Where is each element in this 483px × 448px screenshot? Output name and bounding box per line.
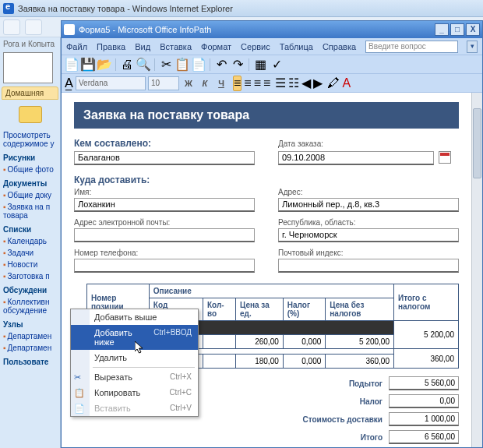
redo-icon[interactable]: ↷ xyxy=(231,58,245,72)
cell-tax[interactable]: 0,000 xyxy=(283,335,326,349)
menu-add-above[interactable]: Добавить выше xyxy=(71,309,198,325)
check-icon[interactable]: ✓ xyxy=(270,58,284,72)
home-tab[interactable]: Домашняя xyxy=(2,86,58,100)
folder-icon[interactable] xyxy=(19,106,42,123)
region-field[interactable]: г. Черноморск xyxy=(278,228,459,242)
open-icon[interactable]: 📂 xyxy=(97,58,111,72)
highlight-icon[interactable]: 🖍 xyxy=(327,76,340,90)
nav-view-all[interactable]: Просмотреть содержимое у xyxy=(0,129,60,150)
copy-icon[interactable]: 📋 xyxy=(175,58,189,72)
numbering-icon[interactable]: ☷ xyxy=(288,76,299,90)
menu-tools[interactable]: Сервис xyxy=(241,42,270,51)
style-icon[interactable]: A̲ xyxy=(65,76,73,90)
undo-icon[interactable]: ↶ xyxy=(214,58,228,72)
cell-tax[interactable]: 0,000 xyxy=(283,355,326,369)
nav-item[interactable]: ▪Заготовка п xyxy=(0,270,60,282)
menu-view[interactable]: Вид xyxy=(135,42,150,51)
forward-button[interactable] xyxy=(25,19,42,35)
tax-label: Налог xyxy=(273,397,383,406)
nav-item[interactable]: ▪Общие доку xyxy=(0,189,60,201)
nav-group-nodes[interactable]: Узлы xyxy=(0,316,60,330)
cell[interactable] xyxy=(203,335,235,349)
nav-item[interactable]: ▪Задачи xyxy=(0,247,60,259)
phone-label: Номер телефона: xyxy=(74,249,255,257)
italic-button[interactable]: К xyxy=(198,79,212,88)
infopath-icon xyxy=(64,24,75,35)
nav-group-discuss[interactable]: Обсуждени xyxy=(0,282,60,296)
ship-value[interactable]: 1 000,00 xyxy=(389,412,459,426)
cell-notax[interactable]: 5 200,00 xyxy=(326,335,394,349)
menu-cut[interactable]: ✂ВырезатьCtrl+X xyxy=(71,369,198,385)
save-icon[interactable]: 💾 xyxy=(81,58,95,72)
paste-icon[interactable]: 📄 xyxy=(192,58,206,72)
cut-icon[interactable]: ✂ xyxy=(159,58,173,72)
help-search-input[interactable]: Введите вопрос xyxy=(365,41,458,53)
menu-format[interactable]: Формат xyxy=(201,42,231,51)
nav-item[interactable]: ▪Общие фото xyxy=(0,164,60,175)
scrollbar-thumb[interactable] xyxy=(473,108,481,178)
subtotal-value[interactable]: 5 560,00 xyxy=(389,376,459,390)
cell-price[interactable]: 180,00 xyxy=(236,355,284,369)
bold-button[interactable]: Ж xyxy=(182,79,196,88)
date-label: Дата заказа: xyxy=(278,139,459,148)
email-field[interactable] xyxy=(74,228,255,242)
name-field[interactable]: Лоханкин xyxy=(74,198,255,212)
bullets-icon[interactable]: ☰ xyxy=(275,76,286,90)
nav-item[interactable]: ▪Коллективн обсуждение xyxy=(0,296,60,316)
ie-title: Заявка на поставку товара - Windows Inte… xyxy=(18,4,233,13)
menu-paste: 📄ВставитьCtrl+V xyxy=(71,400,198,416)
underline-button[interactable]: Ч xyxy=(214,79,228,88)
menu-help[interactable]: Справка xyxy=(323,42,356,51)
back-button[interactable] xyxy=(3,19,20,35)
menu-edit[interactable]: Правка xyxy=(97,42,125,51)
zip-field[interactable] xyxy=(278,259,459,273)
cell-total[interactable]: 360,00 xyxy=(393,349,458,369)
menu-table[interactable]: Таблица xyxy=(280,42,313,51)
cell-total[interactable]: 5 200,00 xyxy=(393,321,458,349)
cell[interactable] xyxy=(203,355,235,369)
cell-price[interactable]: 260,00 xyxy=(236,335,284,349)
nav-group-lists[interactable]: Списки xyxy=(0,221,60,235)
nav-group-users[interactable]: Пользовате xyxy=(0,354,60,368)
menu-copy[interactable]: 📋КопироватьCtrl+C xyxy=(71,385,198,400)
outdent-icon[interactable]: ◀ xyxy=(301,76,311,90)
nav-item[interactable]: ▪Заявка на п товара xyxy=(0,201,60,221)
site-name: Рога и Копыта xyxy=(0,37,60,51)
preview-icon[interactable]: 🔍 xyxy=(136,58,150,72)
align-left-icon[interactable]: ≡ xyxy=(233,76,242,91)
who-field[interactable]: Балаганов xyxy=(74,151,255,165)
date-field[interactable]: 09.10.2008 xyxy=(278,151,434,165)
insert-icon[interactable]: ▦ xyxy=(253,58,267,72)
addr-field[interactable]: Лимонный пер., д.8, кв.3 xyxy=(278,198,459,212)
align-center-icon[interactable]: ≡ xyxy=(244,76,251,90)
copy-icon: 📋 xyxy=(74,388,85,399)
help-search-dropdown[interactable]: ▾ xyxy=(467,41,478,53)
total-value[interactable]: 6 560,00 xyxy=(389,430,459,444)
new-icon[interactable]: 📄 xyxy=(65,58,79,72)
close-button[interactable]: X xyxy=(466,23,480,36)
tax-value[interactable]: 0,00 xyxy=(389,394,459,408)
align-justify-icon[interactable]: ≡ xyxy=(263,76,270,90)
menu-insert[interactable]: Вставка xyxy=(160,42,192,51)
minimize-button[interactable]: _ xyxy=(435,23,449,36)
nav-group-docs[interactable]: Документы xyxy=(0,175,60,189)
restore-button[interactable]: □ xyxy=(450,23,464,36)
nav-item[interactable]: ▪Департамен xyxy=(0,330,60,342)
print-icon[interactable]: 🖨 xyxy=(120,58,134,72)
form-title: Заявка на поставку товара xyxy=(74,102,459,129)
size-selector[interactable]: 10 xyxy=(148,76,179,90)
vertical-scrollbar[interactable] xyxy=(471,93,482,447)
nav-group-pictures[interactable]: Рисунки xyxy=(0,150,60,164)
who-label: Кем составлено: xyxy=(74,138,255,149)
phone-field[interactable] xyxy=(74,259,255,273)
nav-item[interactable]: ▪Новости xyxy=(0,259,60,270)
nav-item[interactable]: ▪Департамен xyxy=(0,342,60,354)
calendar-icon[interactable] xyxy=(439,151,451,164)
cell-notax[interactable]: 360,00 xyxy=(326,355,394,369)
fontcolor-icon[interactable]: A xyxy=(342,76,351,90)
indent-icon[interactable]: ▶ xyxy=(313,76,323,90)
align-right-icon[interactable]: ≡ xyxy=(254,76,261,90)
font-selector[interactable]: Verdana xyxy=(76,76,146,90)
menu-file[interactable]: Файл xyxy=(66,42,87,51)
nav-item[interactable]: ▪Календарь xyxy=(0,235,60,247)
